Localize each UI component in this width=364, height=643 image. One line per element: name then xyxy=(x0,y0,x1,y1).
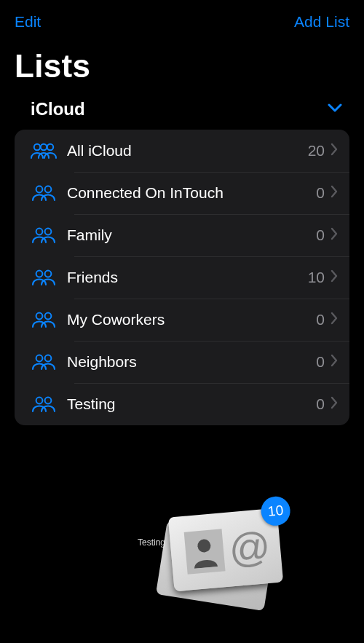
svg-point-15 xyxy=(197,539,211,553)
people-three-icon xyxy=(25,142,63,159)
svg-point-8 xyxy=(45,271,52,277)
at-sign-icon: @ xyxy=(227,526,272,570)
people-two-icon xyxy=(25,269,63,286)
list-row[interactable]: All iCloud20 xyxy=(15,130,349,172)
svg-point-11 xyxy=(36,355,43,362)
lists-card: All iCloud20Connected On InTouch0Family0… xyxy=(15,130,349,425)
chevron-right-icon xyxy=(331,143,338,159)
svg-point-0 xyxy=(34,144,40,150)
count-badge: 10 xyxy=(260,495,291,526)
list-row[interactable]: Neighbors0 xyxy=(15,341,349,383)
list-row[interactable]: Connected On InTouch0 xyxy=(15,172,349,214)
chevron-right-icon xyxy=(331,227,338,243)
section-label: iCloud xyxy=(31,99,85,119)
svg-point-10 xyxy=(45,313,52,320)
people-two-icon xyxy=(25,184,63,202)
list-row-label: Testing xyxy=(63,395,316,413)
list-row-label: Connected On InTouch xyxy=(63,184,316,202)
add-list-button[interactable]: Add List xyxy=(294,13,349,31)
chevron-right-icon xyxy=(331,396,338,412)
svg-point-14 xyxy=(45,398,52,404)
list-row-count: 0 xyxy=(316,395,325,413)
chevron-right-icon xyxy=(331,312,338,328)
drag-preview: Testing @ 10 xyxy=(127,502,273,612)
chevron-right-icon xyxy=(331,354,338,370)
list-row[interactable]: Family0 xyxy=(15,214,349,256)
avatar-icon xyxy=(183,529,225,574)
list-row-label: Friends xyxy=(63,269,308,286)
svg-point-6 xyxy=(45,229,52,235)
people-two-icon xyxy=(25,353,63,371)
svg-point-2 xyxy=(47,144,53,150)
top-nav: Edit Add List xyxy=(0,0,364,35)
contact-card-front: @ 10 xyxy=(168,508,283,592)
list-row-count: 0 xyxy=(316,353,325,371)
svg-point-5 xyxy=(36,229,43,235)
edit-button[interactable]: Edit xyxy=(15,13,41,31)
list-row-count: 0 xyxy=(316,226,325,244)
list-row-count: 0 xyxy=(316,311,325,328)
list-row-label: Family xyxy=(63,226,316,244)
people-two-icon xyxy=(25,226,63,244)
svg-point-9 xyxy=(36,313,43,320)
list-row-count: 0 xyxy=(316,184,325,202)
chevron-right-icon xyxy=(331,269,338,285)
list-row-label: All iCloud xyxy=(63,142,308,159)
list-row[interactable]: Testing0 xyxy=(15,383,349,425)
people-two-icon xyxy=(25,311,63,328)
page-title: Lists xyxy=(0,35,364,95)
list-row-count: 20 xyxy=(308,142,325,159)
svg-point-3 xyxy=(36,186,43,193)
drag-preview-label: Testing xyxy=(138,537,165,548)
svg-point-13 xyxy=(36,398,43,404)
list-row[interactable]: Friends10 xyxy=(15,256,349,299)
svg-point-1 xyxy=(41,144,47,150)
contact-card-back xyxy=(156,521,275,611)
chevron-right-icon xyxy=(331,185,338,201)
chevron-down-icon xyxy=(328,103,342,116)
list-row-label: My Coworkers xyxy=(63,311,316,328)
svg-point-12 xyxy=(45,355,52,362)
svg-point-7 xyxy=(36,271,43,277)
list-row-label: Neighbors xyxy=(63,353,316,371)
people-two-icon xyxy=(25,395,63,413)
svg-point-4 xyxy=(45,186,52,193)
list-row-count: 10 xyxy=(308,269,325,286)
list-row[interactable]: My Coworkers0 xyxy=(15,299,349,341)
section-header-icloud[interactable]: iCloud xyxy=(0,95,364,127)
